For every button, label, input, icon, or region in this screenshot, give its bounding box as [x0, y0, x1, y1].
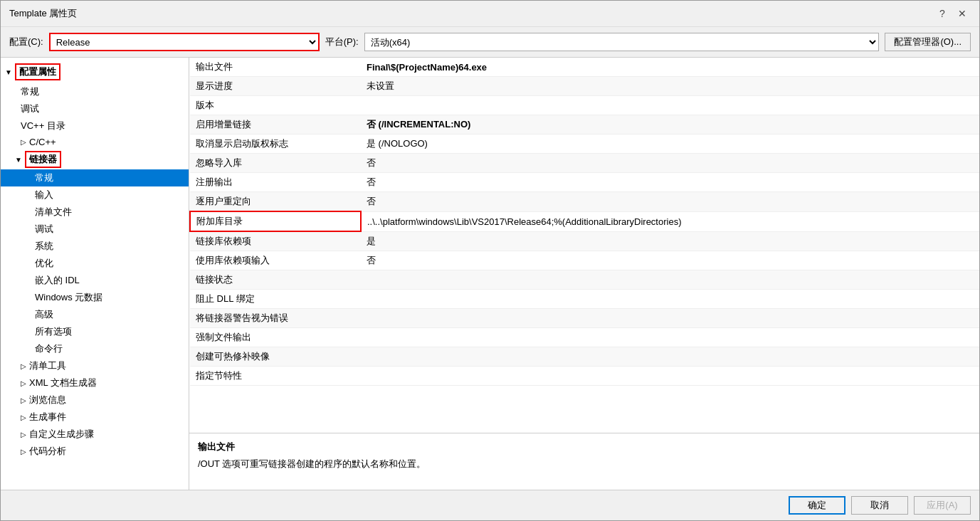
prop-name: 忽略导入库	[190, 154, 361, 173]
tree-item-manifest-tool[interactable]: ▷ 清单工具	[1, 357, 189, 374]
table-row[interactable]: 指定节特性	[190, 367, 979, 386]
prop-name: 取消显示启动版权标志	[190, 135, 361, 154]
prop-value: 否	[361, 154, 979, 173]
expand-icon: ▷	[21, 396, 26, 404]
tree-item-debug[interactable]: 调试	[1, 100, 189, 117]
prop-value: 是	[361, 231, 979, 251]
config-manager-button[interactable]: 配置管理器(O)...	[885, 33, 971, 51]
prop-value	[361, 309, 979, 328]
tree-item-label: 嵌入的 IDL	[35, 274, 80, 287]
prop-value: 未设置	[361, 77, 979, 96]
prop-name: 阻止 DLL 绑定	[190, 290, 361, 309]
tree-item-label: 调试	[35, 223, 53, 236]
tree-item-linker-general[interactable]: 常规	[1, 169, 189, 186]
help-button[interactable]: ?	[934, 6, 951, 21]
table-row[interactable]: 忽略导入库否	[190, 154, 979, 173]
prop-value	[361, 290, 979, 309]
tree-item-linker-idl[interactable]: 嵌入的 IDL	[1, 272, 189, 289]
tree-item-linker-container[interactable]: ▼ 链接器	[1, 149, 189, 169]
table-row[interactable]: 显示进度未设置	[190, 77, 979, 96]
expand-icon-cpp: ▷	[21, 138, 26, 146]
table-row[interactable]: 创建可热修补映像	[190, 347, 979, 367]
cancel-button[interactable]: 取消	[851, 496, 908, 515]
tree-item-label: 浏览信息	[29, 394, 66, 406]
apply-button[interactable]: 应用(A)	[914, 496, 971, 515]
tree-item-linker-cmdline[interactable]: 命令行	[1, 340, 189, 357]
left-panel: ▼ 配置属性 常规 调试 VC++ 目录 ▷ C/C++ ▼ 链接器	[1, 58, 189, 490]
table-row[interactable]: 输出文件Final\$(ProjectName)64.exe	[190, 58, 979, 77]
table-row[interactable]: 将链接器警告视为错误	[190, 309, 979, 328]
prop-value: Final\$(ProjectName)64.exe	[361, 58, 979, 77]
table-row[interactable]: 版本	[190, 96, 979, 115]
collapse-icon: ▼	[5, 68, 12, 76]
expand-icon: ▷	[21, 379, 26, 387]
table-row[interactable]: 阻止 DLL 绑定	[190, 290, 979, 309]
desc-text: /OUT 选项可重写链接器创建的程序的默认名称和位置。	[198, 458, 971, 470]
table-row[interactable]: 链接库依赖项是	[190, 231, 979, 251]
tree-item-linker-manifest[interactable]: 清单文件	[1, 204, 189, 221]
config-props-header[interactable]: 配置属性	[15, 63, 60, 80]
tree-item-code-analysis[interactable]: ▷ 代码分析	[1, 443, 189, 460]
table-row[interactable]: 逐用户重定向否	[190, 192, 979, 212]
tree-item-label: 调试	[21, 102, 39, 115]
prop-name: 逐用户重定向	[190, 192, 361, 212]
footer: 确定 取消 应用(A)	[1, 490, 979, 520]
tree-item-label: 清单工具	[29, 359, 66, 372]
table-row[interactable]: 取消显示启动版权标志是 (/NOLOGO)	[190, 135, 979, 154]
close-button[interactable]: ✕	[954, 6, 971, 21]
tree-item-label: 常规	[35, 172, 53, 184]
dialog: Template 属性页 ? ✕ 配置(C): Release 平台(P): 活…	[0, 0, 980, 521]
ok-button[interactable]: 确定	[789, 496, 845, 515]
tree-item-label: 输入	[35, 189, 53, 201]
dialog-title: Template 属性页	[9, 7, 77, 20]
table-row[interactable]: 启用增量链接否 (/INCREMENTAL:NO)	[190, 115, 979, 135]
main-content: ▼ 配置属性 常规 调试 VC++ 目录 ▷ C/C++ ▼ 链接器	[1, 57, 979, 490]
tree-item-linker[interactable]: 链接器	[25, 151, 61, 168]
tree-item-label: 系统	[35, 240, 53, 253]
tree-item-linker-advanced[interactable]: 高级	[1, 306, 189, 323]
tree-item-label: 生成事件	[29, 411, 66, 423]
prop-value: ..\..\platform\windows\Lib\VS2017\Releas…	[361, 211, 979, 231]
prop-name: 启用增量链接	[190, 115, 361, 135]
prop-name: 版本	[190, 96, 361, 115]
prop-name: 创建可热修补映像	[190, 347, 361, 367]
prop-name: 显示进度	[190, 77, 361, 96]
tree-item-label: C/C++	[29, 137, 56, 147]
tree-item-label: 优化	[35, 257, 53, 270]
tree-item-normal[interactable]: 常规	[1, 83, 189, 100]
tree-item-label: 高级	[35, 308, 53, 321]
prop-name: 将链接器警告视为错误	[190, 309, 361, 328]
prop-value: 是 (/NOLOGO)	[361, 135, 979, 154]
platform-label: 平台(P):	[325, 36, 359, 48]
prop-value: 否	[361, 192, 979, 212]
tree-item-linker-system[interactable]: 系统	[1, 238, 189, 255]
tree-item-label: VC++ 目录	[21, 120, 65, 132]
prop-value: 否	[361, 173, 979, 192]
tree-item-label: 清单文件	[35, 206, 72, 219]
tree-item-build-events[interactable]: ▷ 生成事件	[1, 409, 189, 426]
tree-item-cpp[interactable]: ▷ C/C++	[1, 135, 189, 149]
tree-item-linker-allopts[interactable]: 所有选项	[1, 323, 189, 340]
table-row[interactable]: 附加库目录..\..\platform\windows\Lib\VS2017\R…	[190, 211, 979, 231]
tree-item-linker-winmeta[interactable]: Windows 元数据	[1, 289, 189, 306]
platform-select[interactable]: 活动(x64)	[364, 33, 880, 51]
table-row[interactable]: 链接状态	[190, 270, 979, 290]
tree-item-custom-build[interactable]: ▷ 自定义生成步骤	[1, 426, 189, 443]
prop-name: 注册输出	[190, 173, 361, 192]
tree-item-linker-debug[interactable]: 调试	[1, 221, 189, 238]
collapse-icon-linker: ▼	[15, 156, 22, 164]
table-row[interactable]: 使用库依赖项输入否	[190, 251, 979, 270]
config-select[interactable]: Release	[49, 33, 320, 51]
table-row[interactable]: 注册输出否	[190, 173, 979, 192]
table-row[interactable]: 强制文件输出	[190, 328, 979, 347]
prop-name: 使用库依赖项输入	[190, 251, 361, 270]
tree-item-browser-info[interactable]: ▷ 浏览信息	[1, 391, 189, 409]
tree-item-linker-opt[interactable]: 优化	[1, 255, 189, 272]
tree-item-linker-input[interactable]: 输入	[1, 186, 189, 204]
tree-item-vc-dir[interactable]: VC++ 目录	[1, 117, 189, 135]
prop-value	[361, 328, 979, 347]
tree-item-xml-gen[interactable]: ▷ XML 文档生成器	[1, 374, 189, 391]
expand-icon: ▷	[21, 362, 26, 370]
tree-item-label: XML 文档生成器	[29, 377, 97, 389]
expand-icon: ▷	[21, 448, 26, 456]
